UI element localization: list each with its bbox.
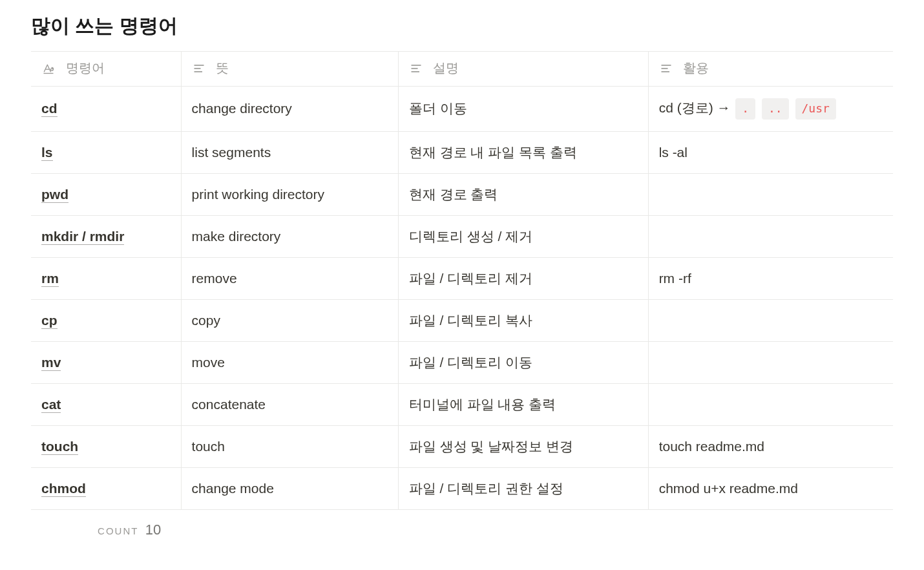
usage-cell[interactable]: rm -rf	[648, 257, 893, 299]
table-row: chmodchange mode파일 / 디렉토리 권한 설정chmod u+x…	[31, 467, 893, 509]
description-cell[interactable]: 터미널에 파일 내용 출력	[398, 383, 648, 425]
command-name: mv	[41, 355, 61, 371]
count-value: 10	[145, 522, 161, 538]
meaning-cell[interactable]: list segments	[181, 131, 398, 173]
description-cell[interactable]: 폴더 이동	[398, 87, 648, 132]
table-row: touchtouch파일 생성 및 날짜정보 변경touch readme.md	[31, 425, 893, 467]
usage-cell[interactable]	[648, 299, 893, 341]
description-cell[interactable]: 현재 경로 내 파일 목록 출력	[398, 131, 648, 173]
align-left-icon	[659, 61, 673, 76]
meaning-cell[interactable]: move	[181, 341, 398, 383]
command-name: pwd	[41, 187, 68, 203]
command-cell[interactable]: ls	[31, 131, 181, 173]
col-header-command-label: 명령어	[66, 61, 105, 75]
command-cell[interactable]: touch	[31, 425, 181, 467]
col-header-description[interactable]: 설명	[398, 52, 648, 87]
description-cell[interactable]: 파일 / 디렉토리 복사	[398, 299, 648, 341]
command-name: cat	[41, 397, 61, 413]
commands-table: 명령어 뜻	[31, 51, 893, 510]
description-cell[interactable]: 디렉토리 생성 / 제거	[398, 215, 648, 257]
command-cell[interactable]: mkdir / rmdir	[31, 215, 181, 257]
table-footer: COUNT 10	[31, 510, 893, 538]
align-left-icon	[409, 61, 423, 76]
command-cell[interactable]: mv	[31, 341, 181, 383]
description-cell[interactable]: 파일 / 디렉토리 권한 설정	[398, 467, 648, 509]
meaning-cell[interactable]: remove	[181, 257, 398, 299]
commands-table-wrap: 명령어 뜻	[31, 51, 893, 538]
usage-cell[interactable]	[648, 215, 893, 257]
description-cell[interactable]: 파일 생성 및 날짜정보 변경	[398, 425, 648, 467]
table-row: catconcatenate터미널에 파일 내용 출력	[31, 383, 893, 425]
col-header-usage[interactable]: 활용	[648, 52, 893, 87]
usage-cell[interactable]: cd (경로) → . .. /usr	[648, 87, 893, 132]
col-header-meaning-label: 뜻	[216, 61, 229, 75]
command-cell[interactable]: chmod	[31, 467, 181, 509]
command-cell[interactable]: cp	[31, 299, 181, 341]
meaning-cell[interactable]: concatenate	[181, 383, 398, 425]
command-name: ls	[41, 145, 53, 161]
usage-cell[interactable]: chmod u+x readme.md	[648, 467, 893, 509]
table-row: cdchange directory폴더 이동cd (경로) → . .. /u…	[31, 87, 893, 132]
usage-cell[interactable]	[648, 173, 893, 215]
col-header-usage-label: 활용	[683, 61, 709, 75]
description-cell[interactable]: 파일 / 디렉토리 이동	[398, 341, 648, 383]
command-name: mkdir / rmdir	[41, 229, 124, 245]
command-name: chmod	[41, 481, 86, 497]
table-row: mvmove파일 / 디렉토리 이동	[31, 341, 893, 383]
code-chip: ..	[762, 98, 789, 120]
usage-cell[interactable]: ls -al	[648, 131, 893, 173]
table-header-row: 명령어 뜻	[31, 52, 893, 87]
command-cell[interactable]: rm	[31, 257, 181, 299]
meaning-cell[interactable]: copy	[181, 299, 398, 341]
usage-cell[interactable]	[648, 341, 893, 383]
usage-prefix-text: cd (경로) →	[659, 100, 735, 115]
code-chip: /usr	[795, 98, 836, 120]
meaning-cell[interactable]: print working directory	[181, 173, 398, 215]
command-name: rm	[41, 271, 59, 287]
count-label: COUNT	[98, 525, 138, 536]
table-row: lslist segments현재 경로 내 파일 목록 출력ls -al	[31, 131, 893, 173]
meaning-cell[interactable]: change mode	[181, 467, 398, 509]
table-row: rmremove파일 / 디렉토리 제거rm -rf	[31, 257, 893, 299]
col-header-command[interactable]: 명령어	[31, 52, 181, 87]
usage-cell[interactable]	[648, 383, 893, 425]
command-name: touch	[41, 439, 78, 455]
command-name: cd	[41, 101, 58, 117]
meaning-cell[interactable]: touch	[181, 425, 398, 467]
table-row: pwdprint working directory현재 경로 출력	[31, 173, 893, 215]
table-row: mkdir / rmdirmake directory디렉토리 생성 / 제거	[31, 215, 893, 257]
command-cell[interactable]: cat	[31, 383, 181, 425]
code-chip: .	[735, 98, 755, 120]
col-header-description-label: 설명	[433, 61, 459, 75]
meaning-cell[interactable]: make directory	[181, 215, 398, 257]
page-title: 많이 쓰는 명령어	[31, 13, 893, 39]
text-title-icon	[41, 61, 56, 76]
col-header-meaning[interactable]: 뜻	[181, 52, 398, 87]
command-name: cp	[41, 313, 58, 329]
command-cell[interactable]: cd	[31, 87, 181, 132]
description-cell[interactable]: 파일 / 디렉토리 제거	[398, 257, 648, 299]
table-body: cdchange directory폴더 이동cd (경로) → . .. /u…	[31, 87, 893, 510]
table-row: cpcopy파일 / 디렉토리 복사	[31, 299, 893, 341]
usage-cell[interactable]: touch readme.md	[648, 425, 893, 467]
command-cell[interactable]: pwd	[31, 173, 181, 215]
description-cell[interactable]: 현재 경로 출력	[398, 173, 648, 215]
meaning-cell[interactable]: change directory	[181, 87, 398, 132]
align-left-icon	[192, 61, 206, 76]
